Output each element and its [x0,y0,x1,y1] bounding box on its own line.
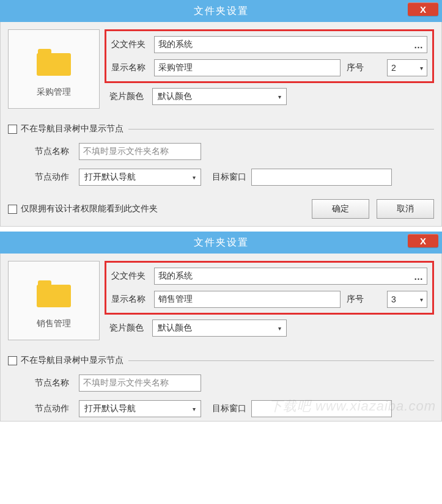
hide-node-label: 不在导航目录树中显示节点 [21,123,123,134]
hide-node-label: 不在导航目录树中显示节点 [21,355,123,366]
node-name-placeholder: 不填时显示文件夹名称 [83,378,169,389]
close-icon: X [420,4,426,15]
target-window-label: 目标窗口 [212,172,246,183]
browse-icon[interactable]: … [414,40,423,50]
folder-icon [37,280,71,307]
node-action-label: 节点动作 [35,172,79,183]
node-action-value: 打开默认导航 [84,172,136,183]
seq-select[interactable]: 2 ▾ [387,59,427,76]
close-button[interactable]: X [408,234,438,247]
seq-label: 序号 [347,294,383,305]
highlight-box: 父文件夹 我的系统 … 显示名称 采购管理 序号 2 [105,29,434,83]
node-name-input[interactable]: 不填时显示文件夹名称 [79,143,201,160]
folder-preview: 销售管理 [8,261,100,340]
seq-select[interactable]: 3 ▾ [387,291,427,308]
display-name-input[interactable]: 销售管理 [154,291,341,308]
node-action-select[interactable]: 打开默认导航 ▾ [79,169,201,186]
folder-label: 采购管理 [37,87,71,98]
cancel-button[interactable]: 取消 [377,199,434,219]
dialog-body: 销售管理 父文件夹 我的系统 … 显示名称 销售管理 [0,254,442,422]
node-action-label: 节点动作 [35,403,79,414]
parent-folder-label: 父文件夹 [111,39,148,50]
node-action-value: 打开默认导航 [84,403,136,414]
target-window-input[interactable] [251,400,392,417]
close-icon: X [420,236,426,246]
seq-value: 2 [391,63,396,73]
tile-color-select[interactable]: 默认颜色 ▾ [152,320,287,337]
chevron-down-icon: ▾ [278,93,281,100]
display-name-input[interactable]: 采购管理 [154,59,341,76]
folder-label: 销售管理 [37,318,71,329]
dialog-title: 文件夹设置 [194,5,249,18]
parent-folder-label: 父文件夹 [111,271,148,282]
divider [128,129,434,130]
chevron-down-icon: ▾ [420,296,423,303]
designer-only-checkbox[interactable] [8,205,17,214]
dialog-body: 采购管理 父文件夹 我的系统 … 显示名称 采购管理 [0,22,442,227]
chevron-down-icon: ▾ [420,65,423,71]
display-name-value: 销售管理 [158,294,193,305]
node-action-select[interactable]: 打开默认导航 ▾ [79,400,201,417]
parent-folder-value: 我的系统 [158,271,193,282]
seq-label: 序号 [347,62,383,73]
folder-settings-dialog: 文件夹设置 X 采购管理 父文件夹 我的系统 … [0,0,442,227]
chevron-down-icon: ▾ [193,174,196,181]
divider [128,360,434,361]
node-name-label: 节点名称 [35,378,79,389]
seq-value: 3 [391,294,396,304]
titlebar[interactable]: 文件夹设置 X [0,232,442,254]
tile-color-label: 瓷片颜色 [109,91,146,102]
display-name-value: 采购管理 [158,62,193,73]
chevron-down-icon: ▾ [278,325,281,332]
target-window-label: 目标窗口 [212,403,246,414]
hide-node-checkbox[interactable] [8,125,17,134]
chevron-down-icon: ▾ [193,406,196,412]
titlebar[interactable]: 文件夹设置 X [0,0,442,22]
folder-preview: 采购管理 [8,29,100,109]
tile-color-value: 默认颜色 [158,323,192,334]
parent-folder-input[interactable]: 我的系统 … [154,268,427,285]
parent-folder-value: 我的系统 [158,39,193,50]
node-name-label: 节点名称 [35,146,79,157]
tile-color-value: 默认颜色 [158,91,192,102]
target-window-input[interactable] [251,169,392,186]
display-name-label: 显示名称 [111,294,148,305]
close-button[interactable]: X [408,2,438,16]
tile-color-select[interactable]: 默认颜色 ▾ [152,88,287,105]
designer-only-label: 仅限拥有设计者权限能看到此文件夹 [21,203,158,214]
ok-button[interactable]: 确定 [312,199,369,219]
parent-folder-input[interactable]: 我的系统 … [154,36,427,53]
browse-icon[interactable]: … [414,271,423,282]
folder-settings-dialog: 文件夹设置 X 销售管理 父文件夹 我的系统 … [0,232,442,422]
display-name-label: 显示名称 [111,62,148,73]
highlight-box: 父文件夹 我的系统 … 显示名称 销售管理 序号 3 [105,261,434,315]
node-name-input[interactable]: 不填时显示文件夹名称 [79,374,201,392]
folder-icon [37,49,71,76]
dialog-title: 文件夹设置 [194,236,249,249]
tile-color-label: 瓷片颜色 [109,323,146,334]
hide-node-checkbox[interactable] [8,356,17,365]
node-name-placeholder: 不填时显示文件夹名称 [83,146,169,157]
